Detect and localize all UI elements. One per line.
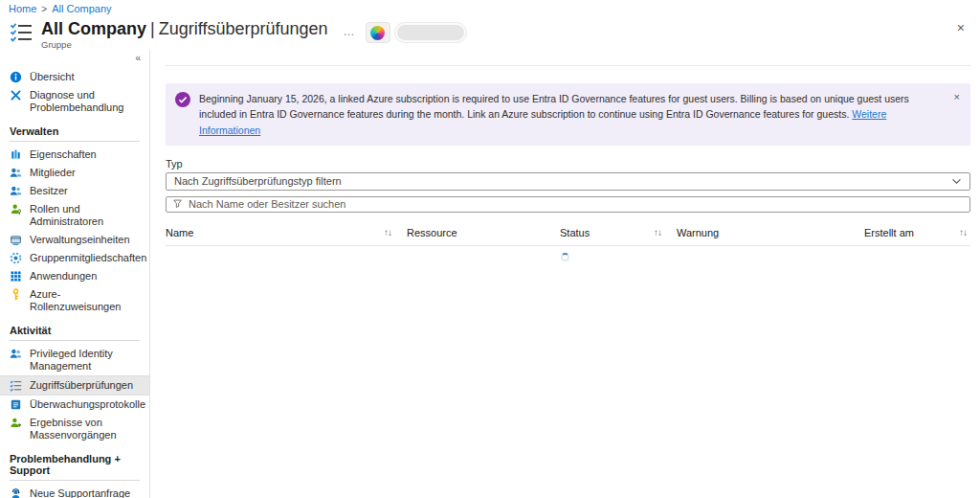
diagnostics-icon: [10, 89, 22, 102]
column-label: Warnung: [677, 227, 719, 238]
info-icon: [10, 71, 22, 83]
sidebar-item-label: Diagnose und Problembehandlung: [30, 89, 137, 114]
sidebar-item-label: Verwaltungseinheiten: [30, 234, 130, 246]
sort-arrows-icon[interactable]: ↑↓: [384, 227, 391, 238]
page-header: All Company|Zugriffsüberprüfungen Gruppe…: [0, 15, 980, 50]
audit-log-icon: [10, 398, 22, 411]
section-divider: [10, 141, 140, 142]
title-block: All Company|Zugriffsüberprüfungen Gruppe: [41, 19, 328, 50]
sidebar-item-label: Ergebnisse von Massenvorgängen: [30, 417, 137, 441]
sort-arrows-icon[interactable]: ↑↓: [959, 227, 967, 238]
sidebar-nav: Übersicht Diagnose und Problembehandlung…: [0, 68, 149, 498]
more-options-icon[interactable]: …: [344, 25, 356, 38]
sidebar-item-eigenschaften[interactable]: Eigenschaften: [0, 146, 149, 164]
redacted-text-pill: [395, 23, 466, 42]
section-divider: [10, 340, 140, 341]
sidebar-section-support: Problembehandlung + Support: [0, 444, 149, 477]
table-header-row: Name ↑↓ Ressource Status ↑↓ Warnung Erst…: [166, 221, 970, 246]
search-box: [166, 196, 970, 213]
banner-text-wrap: Beginning January 15, 2026, a linked Azu…: [199, 91, 938, 138]
review-type-dropdown-value: Nach Zugriffsüberprüfungstyp filtern: [174, 175, 342, 187]
type-filter-label: Typ: [166, 158, 965, 170]
sidebar-item-label: Neue Supportanfrage: [30, 487, 130, 498]
chevron-down-icon: [951, 175, 962, 187]
search-input[interactable]: [189, 198, 964, 211]
page-title-secondary: Zugriffsüberprüfungen: [159, 19, 328, 38]
key-icon: [10, 288, 22, 301]
column-label: Status: [560, 227, 590, 238]
sidebar-section-aktivitaet: Aktivität: [0, 316, 149, 337]
governance-info-banner: Beginning January 15, 2026, a linked Azu…: [166, 83, 970, 146]
sidebar-item-zugriffsueberpruefungen[interactable]: Zugriffsüberprüfungen: [0, 375, 149, 396]
sidebar-item-label: Anwendungen: [30, 270, 97, 283]
column-label: Name: [166, 227, 193, 238]
close-icon[interactable]: ×: [957, 21, 965, 34]
people-icon: [10, 185, 22, 197]
sidebar-item-label: Überwachungsprotokolle: [30, 398, 137, 411]
page-title-primary: All Company: [41, 19, 146, 38]
sidebar-item-label: Gruppenmitgliedschaften: [30, 252, 137, 264]
breadcrumb: Home > All Company: [0, 0, 980, 15]
page-title: All Company|Zugriffsüberprüfungen: [41, 19, 328, 38]
group-checklist-icon: [10, 22, 33, 47]
review-type-dropdown[interactable]: Nach Zugriffsüberprüfungstyp filtern: [166, 172, 970, 191]
sidebar-item-label: Rollen und Administratoren: [30, 203, 137, 228]
sidebar-item-label: Azure-Rollenzuweisungen: [30, 288, 137, 313]
column-header-status[interactable]: Status ↑↓: [560, 227, 677, 238]
copilot-icon: [370, 26, 385, 40]
filter-funnel-icon: [172, 195, 183, 213]
column-header-warnung[interactable]: Warnung: [677, 227, 864, 238]
sidebar-item-label: Mitglieder: [30, 167, 76, 179]
section-divider: [10, 480, 140, 481]
sidebar-item-label: Eigenschaften: [30, 148, 97, 161]
sidebar-item-azure-rollenzuweisungen[interactable]: Azure-Rollenzuweisungen: [0, 285, 149, 316]
sort-arrows-icon[interactable]: ↑↓: [654, 227, 661, 238]
sidebar: « Übersicht Diagnose und Problembehandlu…: [0, 50, 150, 498]
governance-badge-icon: [175, 92, 190, 138]
people-icon: [10, 348, 22, 360]
body: « Übersicht Diagnose und Problembehandlu…: [0, 50, 980, 498]
breadcrumb-home-link[interactable]: Home: [9, 3, 36, 14]
checklist-icon: [10, 379, 22, 392]
admin-units-icon: [10, 234, 22, 246]
bulk-results-icon: [10, 417, 22, 429]
sidebar-item-label: Übersicht: [30, 71, 74, 83]
copilot-button[interactable]: [366, 22, 390, 43]
page-title-divider: |: [146, 19, 159, 38]
sidebar-item-rollen-administratoren[interactable]: Rollen und Administratoren: [0, 200, 149, 231]
sidebar-item-label: Zugriffsüberprüfungen: [30, 379, 133, 392]
memberships-icon: [10, 252, 22, 264]
sidebar-item-besitzer[interactable]: Besitzer: [0, 182, 149, 200]
sidebar-item-uebersicht[interactable]: Übersicht: [0, 68, 149, 86]
sidebar-item-mitglieder[interactable]: Mitglieder: [0, 164, 149, 182]
sidebar-section-verwalten: Verwalten: [0, 117, 149, 138]
apps-grid-icon: [10, 270, 22, 283]
loading-spinner-icon: [561, 253, 569, 261]
sidebar-item-gruppenmitgliedschaften[interactable]: Gruppenmitgliedschaften: [0, 249, 149, 267]
command-bar: [166, 50, 970, 66]
column-header-name[interactable]: Name ↑↓: [166, 227, 407, 238]
person-role-icon: [10, 203, 22, 215]
sidebar-collapse-icon[interactable]: «: [135, 53, 141, 63]
page-subtitle: Gruppe: [41, 39, 328, 50]
sidebar-item-pim[interactable]: Privileged Identity Management: [0, 345, 149, 375]
main-content: Beginning January 15, 2026, a linked Azu…: [150, 50, 980, 498]
sidebar-item-verwaltungseinheiten[interactable]: Verwaltungseinheiten: [0, 231, 149, 249]
column-label: Erstellt am: [864, 227, 914, 238]
sidebar-item-diagnose[interactable]: Diagnose und Problembehandlung: [0, 86, 149, 117]
sidebar-item-massenvorgaenge[interactable]: Ergebnisse von Massenvorgängen: [0, 414, 149, 444]
sidebar-item-neue-supportanfrage[interactable]: Neue Supportanfrage: [0, 485, 149, 498]
sidebar-item-label: Privileged Identity Management: [30, 348, 137, 373]
column-label: Ressource: [407, 227, 457, 238]
breadcrumb-all-company-link[interactable]: All Company: [52, 3, 111, 14]
support-person-icon: [10, 487, 22, 498]
properties-icon: [10, 148, 22, 161]
breadcrumb-separator: >: [41, 4, 47, 14]
sidebar-item-anwendungen[interactable]: Anwendungen: [0, 267, 149, 285]
banner-close-icon[interactable]: ×: [954, 89, 960, 105]
column-header-erstellt-am[interactable]: Erstellt am ↑↓: [864, 227, 970, 238]
column-header-ressource[interactable]: Ressource: [407, 227, 560, 238]
table-body-empty: [150, 246, 980, 261]
sidebar-item-ueberwachungsprotokolle[interactable]: Überwachungsprotokolle: [0, 396, 149, 414]
sidebar-item-label: Besitzer: [30, 185, 68, 197]
